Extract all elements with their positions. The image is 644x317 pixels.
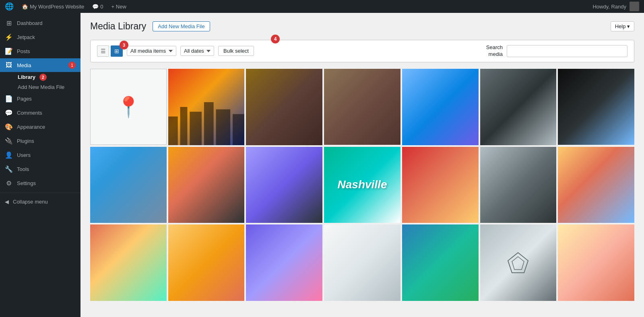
- filter-type-select[interactable]: All media items: [127, 46, 176, 56]
- grid-view-icon: ⊞: [114, 48, 119, 54]
- home-icon: 🏠: [22, 4, 28, 10]
- media-item[interactable]: [324, 69, 400, 145]
- posts-icon: 📝: [5, 47, 13, 55]
- page-title: Media Library: [90, 21, 146, 32]
- media-grid: 📍: [90, 69, 634, 301]
- adminbar-comments[interactable]: 💬 0: [92, 4, 103, 10]
- library-badge: 2: [39, 74, 47, 81]
- media-toolbar: ☰ ⊞ 3 All media items All dates Bulk sel…: [90, 40, 634, 62]
- placeholder-icon: 📍: [116, 95, 141, 119]
- badge-4-container: 4: [271, 35, 280, 43]
- svg-rect-1: [180, 107, 187, 145]
- tools-icon: 🔧: [5, 165, 13, 173]
- plugins-icon: 🔌: [5, 137, 13, 145]
- adminbar-right: Howdy, Randy: [592, 2, 639, 11]
- media-item[interactable]: 📍: [90, 69, 167, 145]
- sidebar-item-posts[interactable]: 📝 Posts: [0, 44, 80, 58]
- media-item[interactable]: [246, 224, 322, 301]
- media-item[interactable]: [480, 147, 557, 223]
- media-icon: 🖼: [5, 62, 13, 69]
- view-toggle: ☰ ⊞: [97, 45, 123, 57]
- search-media-input[interactable]: [507, 45, 627, 57]
- svg-rect-4: [216, 109, 230, 145]
- search-container: Search media: [486, 44, 627, 58]
- media-item[interactable]: [402, 69, 479, 145]
- settings-icon: ⚙: [5, 179, 13, 187]
- nashville-text: Nashville: [338, 178, 387, 191]
- media-item[interactable]: [168, 147, 245, 223]
- avatar[interactable]: [630, 2, 639, 11]
- users-icon: 👤: [5, 151, 13, 159]
- dashboard-icon: ⊞: [5, 19, 13, 27]
- sidebar-item-appearance[interactable]: 🎨 Appearance: [0, 120, 80, 134]
- media-item[interactable]: [246, 147, 322, 223]
- bulk-select-button[interactable]: Bulk select: [218, 46, 254, 56]
- sidebar-item-pages[interactable]: 📄 Pages: [0, 92, 80, 106]
- help-button[interactable]: Help ▾: [611, 21, 634, 31]
- svg-rect-5: [233, 114, 245, 145]
- sidebar: ⊞ Dashboard ⚡ Jetpack 📝 Posts 🖼 Media 1 …: [0, 13, 80, 317]
- adminbar-site-name[interactable]: 🏠 My WordPress Website: [22, 4, 84, 10]
- geometric-svg: [506, 251, 530, 275]
- comment-icon: 💬: [92, 4, 99, 10]
- badge-4: 4: [271, 35, 280, 43]
- admin-bar: 🌐 🏠 My WordPress Website 💬 0 + New Howdy…: [0, 0, 644, 13]
- media-item[interactable]: Nashville: [324, 147, 400, 223]
- media-item[interactable]: [246, 69, 322, 145]
- jetpack-icon: ⚡: [5, 33, 13, 41]
- list-view-button[interactable]: ☰: [97, 45, 109, 57]
- media-item[interactable]: [558, 147, 634, 223]
- media-item[interactable]: [324, 224, 400, 301]
- badge-3: 3: [120, 41, 128, 49]
- media-item[interactable]: [480, 69, 557, 145]
- add-new-media-button[interactable]: Add New Media File: [153, 21, 210, 31]
- adminbar-new[interactable]: + New: [111, 4, 126, 10]
- sidebar-item-jetpack[interactable]: ⚡ Jetpack: [0, 30, 80, 44]
- media-item[interactable]: [90, 147, 167, 223]
- sidebar-item-users[interactable]: 👤 Users: [0, 148, 80, 162]
- media-item[interactable]: [402, 224, 479, 301]
- sidebar-sub-library[interactable]: Library 2: [0, 72, 80, 82]
- sidebar-item-plugins[interactable]: 🔌 Plugins: [0, 134, 80, 148]
- comments-icon: 💬: [5, 109, 13, 117]
- view-toggle-container: ☰ ⊞ 3: [97, 45, 123, 57]
- svg-marker-7: [512, 257, 524, 270]
- svg-rect-2: [190, 111, 202, 145]
- pages-icon: 📄: [5, 95, 13, 103]
- media-item[interactable]: [402, 147, 479, 223]
- sidebar-sub-add-new[interactable]: Add New Media File: [0, 82, 80, 92]
- collapse-menu-button[interactable]: ◀ Collapse menu: [0, 196, 80, 208]
- sidebar-item-dashboard[interactable]: ⊞ Dashboard: [0, 16, 80, 30]
- media-item[interactable]: [558, 69, 634, 145]
- main-content: Media Library Add New Media File Help ▾ …: [80, 13, 644, 317]
- media-item[interactable]: [480, 224, 557, 301]
- wp-logo-icon[interactable]: 🌐: [5, 2, 14, 11]
- media-item[interactable]: [168, 69, 245, 145]
- city-svg: [168, 69, 245, 145]
- sidebar-divider: [0, 193, 80, 193]
- sidebar-item-media[interactable]: 🖼 Media 1: [0, 58, 80, 72]
- sidebar-item-settings[interactable]: ⚙ Settings: [0, 176, 80, 190]
- appearance-icon: 🎨: [5, 123, 13, 131]
- collapse-icon: ◀: [5, 199, 9, 205]
- media-item[interactable]: [558, 224, 634, 301]
- filter-date-select[interactable]: All dates: [180, 46, 214, 56]
- list-view-icon: ☰: [101, 48, 106, 54]
- search-media-label: Search media: [486, 44, 503, 58]
- sidebar-item-comments[interactable]: 💬 Comments: [0, 106, 80, 120]
- media-badge: 1: [68, 62, 76, 69]
- page-header: Media Library Add New Media File Help ▾: [90, 21, 634, 32]
- svg-rect-3: [204, 102, 214, 145]
- media-item[interactable]: [168, 224, 245, 301]
- svg-rect-0: [168, 116, 178, 145]
- media-item[interactable]: [90, 224, 167, 301]
- sidebar-item-tools[interactable]: 🔧 Tools: [0, 162, 80, 176]
